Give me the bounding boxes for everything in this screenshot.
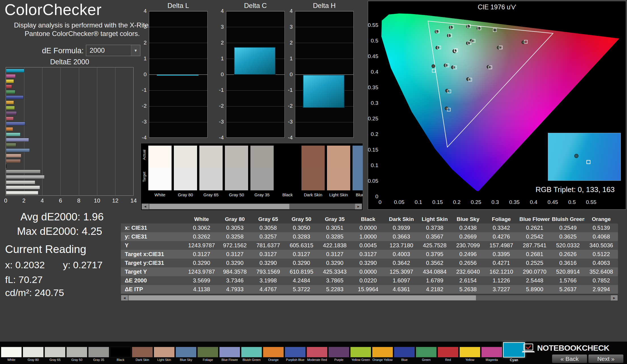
cie-x-tick: 0.3 xyxy=(491,199,499,205)
de-formula-value: 2000 xyxy=(90,46,105,54)
cie-y-tick: 0.55 xyxy=(368,22,378,28)
patch-swatch[interactable] xyxy=(416,347,437,357)
table-cell: 793.1569 xyxy=(252,267,285,276)
table-cell: 0.2656 xyxy=(451,259,485,267)
gridline xyxy=(295,122,353,122)
swatch-column-gray-65: Gray 65 xyxy=(199,146,223,200)
patch-purple[interactable]: Purple xyxy=(328,347,349,361)
column-header-orange: Orange xyxy=(584,215,618,223)
patch-swatch[interactable] xyxy=(307,347,328,357)
deltae-bar-black xyxy=(6,164,7,168)
patch-green[interactable]: Green xyxy=(416,347,437,361)
patch-swatch[interactable] xyxy=(241,347,262,357)
cie-x-tick: 0.45 xyxy=(548,199,558,205)
table-cell: 287.7541 xyxy=(518,241,551,250)
patch-yellow-green[interactable]: Yellow Green xyxy=(350,347,371,361)
patch-swatch[interactable] xyxy=(394,347,415,357)
de-formula-select[interactable]: 2000 ▼ xyxy=(86,45,140,56)
table-row--e-2000: ΔE 20003.56993.73463.19984.24843.78650.0… xyxy=(121,276,618,285)
column-header-gray-65: Gray 65 xyxy=(252,215,285,223)
scrollbar-track[interactable] xyxy=(128,295,611,301)
patch-purplish-blue[interactable]: Purplish Blue xyxy=(285,347,306,361)
patch-swatch[interactable] xyxy=(263,347,284,357)
deltae-x-tick: 10 xyxy=(94,197,100,204)
patch-swatch[interactable] xyxy=(438,347,459,357)
patch-swatch[interactable] xyxy=(176,347,197,357)
scroll-right-icon[interactable]: ► xyxy=(611,295,618,301)
swatch-scrollbar[interactable]: ◄ ► xyxy=(142,203,362,210)
deltae-bar-row xyxy=(6,105,133,110)
inset-target-marker xyxy=(586,160,590,164)
table-cell: 520.8914 xyxy=(551,267,584,276)
patch-yellow[interactable]: Yellow xyxy=(459,347,480,361)
scroll-left-icon[interactable]: ◄ xyxy=(142,204,149,209)
patch-light-skin[interactable]: Light Skin xyxy=(154,347,175,361)
patch-dark-skin[interactable]: Dark Skin xyxy=(132,347,153,361)
swatch-label: Gray 80 xyxy=(174,192,197,197)
patch-swatch[interactable] xyxy=(66,347,87,357)
gridline xyxy=(149,106,207,107)
patch-swatch[interactable] xyxy=(328,347,349,357)
patch-white[interactable]: White xyxy=(1,347,22,361)
patch-gray-80[interactable]: Gray 80 xyxy=(23,347,44,361)
cie-y-tick: 0.45 xyxy=(368,53,378,59)
patch-bluish-green[interactable]: Bluish Green xyxy=(241,347,262,361)
patch-swatch[interactable] xyxy=(132,347,153,357)
patch-red[interactable]: Red xyxy=(438,347,459,361)
patch-gray-50[interactable]: Gray 50 xyxy=(66,347,87,361)
patch-label: Gray 65 xyxy=(45,358,66,361)
deltae-bar-white xyxy=(6,191,38,195)
table-scrollbar[interactable]: ◄ ► xyxy=(121,295,618,301)
patch-magenta[interactable]: Magenta xyxy=(481,347,502,361)
patch-blue-sky[interactable]: Blue Sky xyxy=(176,347,197,361)
column-header-gray-50: Gray 50 xyxy=(285,215,318,223)
patch-orange-yellow[interactable]: Orange Yellow xyxy=(372,347,393,361)
deltae-x-tick: 12 xyxy=(112,197,118,204)
patch-swatch[interactable] xyxy=(372,347,393,357)
patch-blue[interactable]: Blue xyxy=(394,347,415,361)
patch-swatch[interactable] xyxy=(23,347,44,357)
swatch-label: Blue Sky xyxy=(352,192,363,197)
back-button[interactable]: « Back xyxy=(552,354,587,363)
patch-label: Blue Flower xyxy=(219,358,240,361)
deltae-chart xyxy=(6,67,134,196)
swatch-column-light-skin: Light Skin xyxy=(327,146,350,200)
table-header-row: WhiteGray 80Gray 65Gray 50Gray 35BlackDa… xyxy=(121,215,618,223)
patch-swatch[interactable] xyxy=(481,347,502,357)
table-cell: 157.4987 xyxy=(485,241,518,250)
patch-swatch[interactable] xyxy=(110,347,131,357)
table-cell: 162.1210 xyxy=(485,267,518,276)
row-label: Target Y xyxy=(121,267,185,276)
swatch-column-gray-35: Gray 35 xyxy=(250,146,274,200)
scrollbar-thumb[interactable] xyxy=(149,204,290,209)
patch-label: Moderate Red xyxy=(307,358,328,361)
patch-swatch[interactable] xyxy=(285,347,306,357)
patch-swatch[interactable] xyxy=(350,347,371,357)
patch-blue-flower[interactable]: Blue Flower xyxy=(219,347,240,361)
patch-swatch[interactable] xyxy=(88,347,109,357)
scrollbar-track[interactable] xyxy=(149,204,355,209)
patch-swatch[interactable] xyxy=(154,347,175,357)
patch-gray-35[interactable]: Gray 35 xyxy=(88,347,109,361)
patch-moderate-red[interactable]: Moderate Red xyxy=(307,347,328,361)
cie-x-tick: 0.1 xyxy=(415,199,422,205)
next-button[interactable]: Next » xyxy=(588,354,624,363)
cie-measured-dark-skin xyxy=(470,39,473,42)
scrollbar-thumb[interactable] xyxy=(128,295,476,301)
patch-foliage[interactable]: Foliage xyxy=(197,347,218,361)
scroll-left-icon[interactable]: ◄ xyxy=(121,295,128,301)
patch-swatch[interactable] xyxy=(459,347,480,357)
patch-swatch[interactable] xyxy=(45,347,66,357)
scroll-right-icon[interactable]: ► xyxy=(355,204,362,209)
patch-black[interactable]: Black xyxy=(110,347,131,361)
deltae-bar-row xyxy=(6,158,133,164)
table-cell: 5.3722 xyxy=(285,285,318,294)
patch-swatch[interactable] xyxy=(219,347,240,357)
table-cell: 1.6789 xyxy=(418,276,451,285)
patch-orange[interactable]: Orange xyxy=(263,347,284,361)
patch-gray-65[interactable]: Gray 65 xyxy=(45,347,66,361)
delta-y-tick: 2 xyxy=(135,40,147,46)
patch-swatch[interactable] xyxy=(197,347,218,357)
cie-measured-moderate-red xyxy=(497,46,500,49)
patch-swatch[interactable] xyxy=(1,347,22,357)
